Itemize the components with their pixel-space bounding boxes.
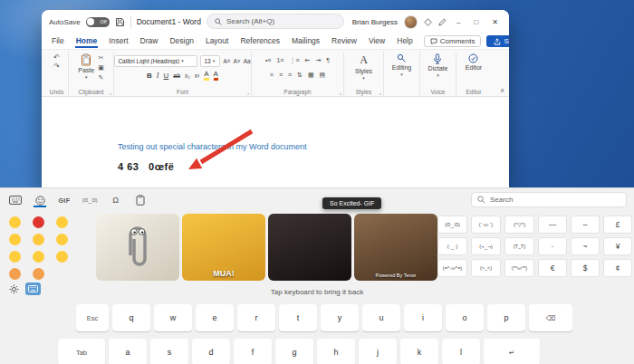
format-painter-icon[interactable]: ✎ — [98, 73, 104, 82]
key-backspace[interactable]: ⌫ — [529, 304, 572, 331]
clipboard-tab-icon[interactable] — [134, 193, 147, 207]
align-left-button[interactable]: ≡ — [270, 71, 274, 80]
keyboard-switch-icon[interactable] — [9, 193, 22, 207]
pencil-icon[interactable] — [438, 18, 447, 26]
pilcrow-button[interactable]: ¶ — [326, 56, 330, 65]
font-name-combo[interactable]: Calibri Light (Headings) ▾ — [114, 55, 197, 67]
tab-insert[interactable]: Insert — [108, 34, 129, 48]
paragraph-dialog-launcher-icon[interactable]: ⌟ — [339, 89, 341, 95]
tab-mailings[interactable]: Mailings — [291, 34, 321, 48]
key-f[interactable]: f — [234, 339, 272, 364]
emoji[interactable] — [33, 251, 44, 263]
tab-layout[interactable]: Layout — [205, 34, 230, 48]
kaomoji-key[interactable]: (=^·ω^=) — [437, 259, 467, 277]
bullets-button[interactable]: •≡ — [265, 56, 272, 65]
symbol-key[interactable]: ¥ — [603, 237, 632, 255]
strikethrough-button[interactable]: ab — [173, 72, 180, 79]
highlight-color-button[interactable]: A — [204, 71, 208, 81]
key-j[interactable]: j — [359, 339, 397, 364]
symbol-key[interactable]: ~ — [571, 237, 600, 255]
emoji[interactable] — [33, 216, 44, 228]
emoji[interactable] — [33, 268, 44, 280]
key-p[interactable]: p — [487, 304, 525, 331]
emoji[interactable] — [33, 234, 44, 245]
grow-font-button[interactable]: A˄ — [223, 58, 230, 64]
kaomoji-tab[interactable]: (ʘ‿ʘ) — [82, 193, 98, 207]
key-esc[interactable]: Esc — [76, 304, 109, 331]
diamond-icon[interactable] — [424, 18, 432, 26]
collapse-ribbon-icon[interactable]: ∧ — [500, 87, 504, 94]
multilevel-list-button[interactable]: ⋮≡ — [289, 56, 299, 65]
key-y[interactable]: y — [321, 304, 359, 331]
symbols-tab[interactable]: Ω — [110, 193, 122, 207]
symbol-key[interactable]: € — [538, 259, 567, 277]
kaomoji-key[interactable]: (^▽^) — [504, 216, 534, 234]
gif-tile-clippy[interactable] — [96, 214, 179, 281]
emoji[interactable] — [9, 268, 21, 280]
emoji[interactable] — [56, 216, 68, 228]
font-dialog-launcher-icon[interactable]: ⌟ — [246, 89, 249, 95]
key-u[interactable]: u — [362, 304, 400, 331]
tab-view[interactable]: View — [368, 34, 386, 48]
save-icon[interactable] — [115, 17, 125, 27]
align-right-button[interactable]: ≡ — [288, 71, 292, 80]
word-search-box[interactable]: Search (Alt+Q) — [207, 14, 344, 29]
emoji[interactable] — [9, 251, 21, 263]
key-e[interactable]: e — [196, 304, 234, 331]
gif-tile-minion[interactable]: MUA! — [182, 214, 265, 281]
key-t[interactable]: t — [279, 304, 317, 331]
symbol-key[interactable]: ¢ — [603, 259, 632, 277]
symbol-key[interactable]: · — [538, 237, 567, 255]
increase-indent-button[interactable]: ⇥ — [315, 56, 321, 65]
gif-tile-so-excited[interactable]: Powered By Tenor — [354, 214, 437, 281]
styles-button[interactable]: A Styles ▾ — [355, 53, 372, 81]
clipboard-dialog-launcher-icon[interactable]: ⌟ — [109, 89, 111, 95]
tab-review[interactable]: Review — [331, 34, 358, 48]
key-d[interactable]: d — [192, 339, 230, 364]
shrink-font-button[interactable]: A˅ — [234, 58, 241, 64]
emoji[interactable] — [9, 216, 21, 228]
gif-tab[interactable]: GIF — [58, 193, 71, 207]
key-tab[interactable]: Tab — [58, 339, 105, 364]
comments-button[interactable]: Comments — [424, 35, 482, 47]
editing-button[interactable]: Editing ▾ — [392, 53, 411, 77]
symbol-key[interactable]: — — [538, 216, 567, 234]
redo-icon[interactable]: ↷ — [53, 62, 60, 72]
maximize-button[interactable]: □ — [470, 16, 482, 28]
font-size-combo[interactable]: 13 ▾ — [200, 55, 220, 67]
bold-button[interactable]: B — [147, 72, 152, 80]
styles-dialog-launcher-icon[interactable]: ⌟ — [379, 89, 381, 95]
gif-tile-applause[interactable] — [268, 214, 351, 281]
emoji[interactable] — [56, 234, 68, 245]
key-s[interactable]: s — [150, 339, 188, 364]
borders-button[interactable]: ▤ — [320, 71, 326, 80]
kaomoji-key[interactable]: (´·ω·`) — [471, 216, 501, 234]
shading-button[interactable]: ▦ — [308, 71, 314, 80]
symbol-key[interactable]: £ — [603, 216, 632, 234]
minimize-button[interactable]: – — [453, 16, 464, 28]
line-spacing-button[interactable]: ⇅ — [297, 71, 303, 80]
undo-icon[interactable]: ↶ — [53, 53, 60, 62]
key-h[interactable]: h — [317, 339, 355, 364]
kaomoji-key[interactable]: (¬‿¬) — [471, 237, 501, 255]
font-color-button[interactable]: A — [214, 71, 218, 81]
close-button[interactable]: ✕ — [488, 16, 502, 28]
tab-design[interactable]: Design — [168, 34, 194, 48]
underline-button[interactable]: U — [163, 72, 168, 80]
key-l[interactable]: l — [442, 339, 480, 364]
panel-search-box[interactable]: Search — [471, 192, 627, 207]
key-o[interactable]: o — [446, 304, 484, 331]
tab-help[interactable]: Help — [396, 34, 413, 48]
key-r[interactable]: r — [237, 304, 275, 331]
editor-button[interactable]: Editor — [466, 53, 482, 71]
emoji-tab-icon[interactable] — [34, 193, 46, 207]
key-a[interactable]: a — [109, 339, 147, 364]
dictate-button[interactable]: Dictate ▾ — [428, 53, 448, 78]
document-canvas[interactable]: Testing out special characters in my Wor… — [42, 97, 509, 187]
avatar[interactable] — [404, 15, 418, 29]
kaomoji-key[interactable]: (T_T) — [504, 237, 534, 255]
paste-button[interactable]: Paste ▾ — [78, 53, 94, 80]
tab-references[interactable]: References — [239, 34, 280, 48]
kaomoji-key[interactable]: (>_<) — [471, 259, 501, 277]
italic-button[interactable]: I — [157, 72, 159, 80]
